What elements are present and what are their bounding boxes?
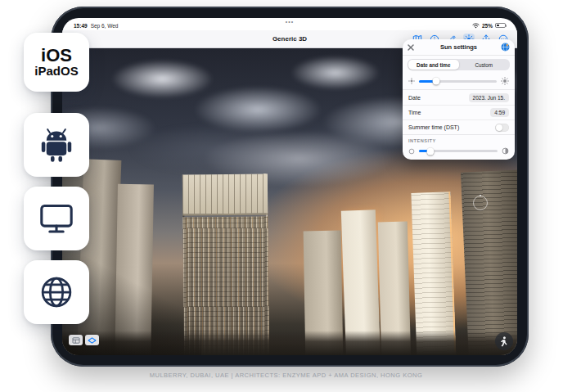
tab-date-and-time[interactable]: Date and time <box>408 60 459 70</box>
intensity-slider[interactable] <box>419 150 498 152</box>
intensity-slider-knob[interactable] <box>427 147 435 155</box>
compass-indicator[interactable] <box>473 196 488 210</box>
project-caption: MULBERRY, DUBAI, UAE | ARCHITECTS: ENZYM… <box>0 372 572 379</box>
view-3d-button[interactable] <box>85 335 99 345</box>
platform-card-web <box>24 260 89 324</box>
time-row: Time 4:59 <box>403 105 515 119</box>
platform-card-android <box>24 113 89 177</box>
walk-mode-button[interactable] <box>495 332 513 350</box>
time-label: Time <box>408 110 421 115</box>
tab-custom[interactable]: Custom <box>459 60 510 70</box>
battery-icon <box>495 23 506 29</box>
ipados-label: iPadOS <box>34 65 78 79</box>
close-icon[interactable] <box>408 44 417 51</box>
sun-settings-panel: Sun settings Date and time Custom <box>403 39 515 160</box>
date-picker[interactable]: 2023. Jun 15. <box>469 93 509 102</box>
dst-row: Summer time (DST) <box>403 119 515 134</box>
sun-settings-tabs: Date and time Custom <box>408 59 510 70</box>
sheet-view-button[interactable] <box>69 335 83 345</box>
ipad-frame: 15:49 Sep 6, Wed ••• 25% <box>51 7 529 367</box>
time-slider[interactable] <box>419 80 497 83</box>
intensity-min-icon <box>408 148 415 155</box>
time-slider-row <box>403 74 515 90</box>
panel-header: Sun settings <box>403 39 515 56</box>
platform-card-ios: iOS iPadOS <box>24 33 89 92</box>
screen: 15:49 Sep 6, Wed ••• 25% <box>62 18 517 355</box>
multitask-dots-icon: ••• <box>62 19 517 25</box>
desktop-icon <box>38 202 74 235</box>
time-picker[interactable]: 4:59 <box>490 108 509 117</box>
sun-high-icon <box>501 77 509 85</box>
intensity-max-icon <box>502 147 509 155</box>
sun-low-icon <box>408 78 415 84</box>
intensity-slider-row <box>403 144 515 160</box>
sun-globe-icon[interactable] <box>500 43 510 52</box>
panel-title: Sun settings <box>417 43 500 51</box>
android-icon <box>39 126 74 164</box>
date-row: Date 2023. Jun 15. <box>403 90 515 105</box>
dst-label: Summer time (DST) <box>408 124 459 130</box>
platform-card-desktop <box>24 187 89 250</box>
status-bar: 15:49 Sep 6, Wed ••• 25% <box>62 18 517 30</box>
dst-toggle[interactable] <box>495 124 509 132</box>
time-slider-knob[interactable] <box>432 78 439 85</box>
globe-icon <box>38 274 74 310</box>
building <box>461 170 517 355</box>
viewport-buttons <box>69 335 99 345</box>
intensity-section-label: INTENSITY <box>403 134 515 144</box>
ios-label: iOS <box>41 46 72 65</box>
date-label: Date <box>408 95 421 101</box>
